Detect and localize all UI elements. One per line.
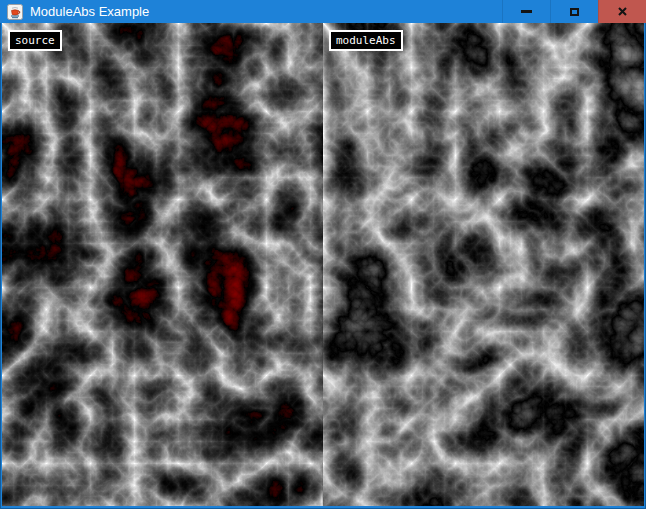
maximize-button[interactable] (550, 0, 598, 23)
app-window: ModuleAbs Example source moduleAbs (0, 0, 646, 509)
panel-moduleabs: moduleAbs (323, 23, 644, 506)
window-controls (502, 0, 646, 23)
source-label: source (8, 30, 62, 51)
window-title: ModuleAbs Example (30, 0, 149, 23)
image-area: source moduleAbs (2, 23, 644, 506)
java-coffee-cup-icon (7, 4, 23, 20)
panel-source: source (2, 23, 323, 506)
moduleabs-label: moduleAbs (329, 30, 403, 51)
minimize-button[interactable] (502, 0, 550, 23)
moduleabs-image (323, 23, 644, 506)
close-icon (618, 7, 627, 16)
close-button[interactable] (598, 0, 646, 23)
maximize-icon (570, 8, 579, 16)
titlebar[interactable]: ModuleAbs Example (0, 0, 646, 23)
minimize-icon (521, 10, 532, 13)
source-image (2, 23, 323, 506)
